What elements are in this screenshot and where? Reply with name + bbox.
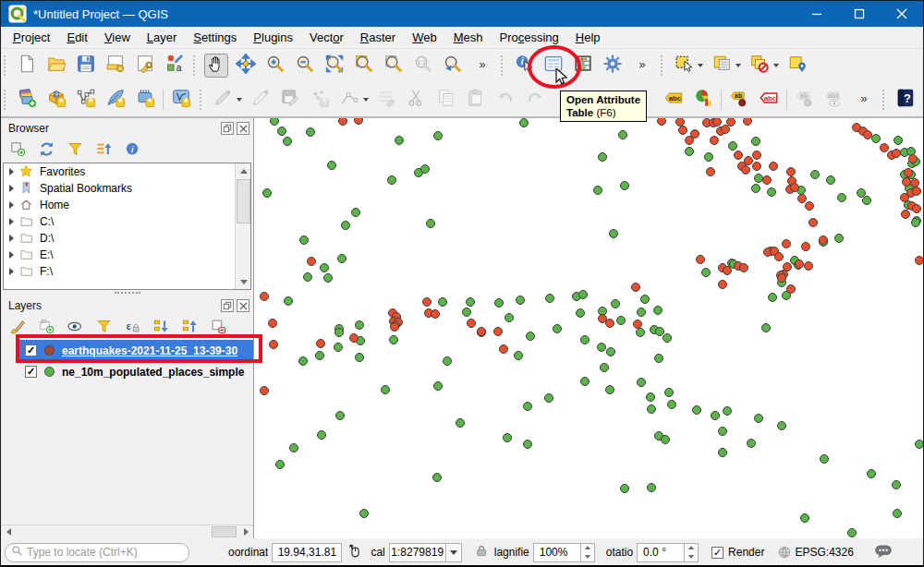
scale-dropdown-button[interactable] (446, 543, 462, 562)
new-project-button[interactable] (15, 54, 39, 78)
expand-icon[interactable] (9, 168, 14, 175)
current-edits-button[interactable] (211, 88, 235, 112)
cut-features-button[interactable] (405, 88, 429, 112)
new-shapefile-button[interactable]: * (74, 88, 98, 112)
digitize-button[interactable]: * (308, 88, 332, 112)
layer-diagram-button[interactable] (691, 88, 715, 112)
menu-mesh[interactable]: Mesh (445, 28, 492, 47)
toolbar-grip[interactable] (882, 90, 887, 110)
filter-legend-button[interactable] (93, 318, 114, 338)
data-source-manager-button[interactable] (15, 88, 39, 112)
layer-item[interactable]: ✓ne_10m_populated_places_simple (1, 361, 253, 382)
menu-vector[interactable]: Vector (301, 28, 352, 47)
menu-help[interactable]: Help (567, 28, 609, 47)
expand-icon[interactable] (9, 185, 14, 192)
pan-map-button[interactable] (204, 54, 228, 78)
magnifier-spinner[interactable] (581, 543, 595, 562)
zoom-full-button[interactable] (322, 54, 346, 78)
browser-item-c[interactable]: C:\ (4, 213, 250, 230)
layer-item[interactable]: ✓earthquakes-2021-11-25_13-39-30 (18, 340, 253, 361)
undo-button[interactable] (493, 88, 517, 112)
save-edits-button[interactable] (278, 88, 302, 112)
add-group-button[interactable] (36, 318, 56, 338)
overflow-button[interactable]: » (852, 88, 876, 112)
overflow-button[interactable]: » (470, 54, 494, 78)
select-by-form-button[interactable] (710, 54, 734, 78)
pin-labels-button[interactable]: ab (727, 88, 751, 112)
expand-icon[interactable] (9, 235, 14, 242)
select-features-button[interactable] (672, 54, 696, 78)
remove-layer-button[interactable] (208, 318, 228, 338)
layout-manager-button[interactable] (133, 54, 157, 78)
filter-browser-button[interactable] (65, 140, 85, 161)
help-button[interactable]: ? (894, 88, 918, 112)
scale-input[interactable]: 1:8279819 (389, 543, 446, 562)
save-project-button[interactable] (74, 54, 98, 78)
zoom-to-selection-button[interactable] (352, 54, 376, 78)
minimize-button[interactable] (796, 1, 838, 27)
close-button[interactable] (881, 1, 923, 27)
toolbar-grip[interactable] (661, 55, 665, 76)
menu-web[interactable]: Web (404, 28, 445, 47)
toolbar-grip[interactable] (200, 90, 204, 110)
menu-layer[interactable]: Layer (139, 28, 186, 47)
messages-bubble-icon[interactable] (874, 544, 893, 561)
new-scratch-layer-button[interactable]: * (133, 88, 157, 112)
new-spatialite-button[interactable]: * (103, 88, 128, 112)
layers-float-button[interactable] (221, 299, 234, 312)
browser-item-home[interactable]: Home (4, 197, 250, 213)
locator-search-input[interactable]: Type to locate (Ctrl+K) (5, 543, 189, 562)
processing-toolbox-button[interactable] (601, 54, 625, 78)
collapse-all-layers-button[interactable] (179, 318, 200, 338)
refresh-button[interactable] (36, 140, 56, 161)
highlight-labels-button[interactable]: abc (757, 88, 781, 112)
deselect-features-dropdown[interactable] (772, 54, 780, 78)
toggle-editing-button[interactable] (249, 88, 273, 112)
paste-features-button[interactable] (464, 88, 488, 112)
scroll-left-icon[interactable] (1, 525, 16, 538)
multiedit-button[interactable] (375, 88, 399, 112)
toolbar-grip[interactable] (501, 55, 505, 76)
zoom-to-layer-button[interactable] (382, 54, 406, 78)
layers-close-button[interactable] (237, 299, 249, 312)
scrollbar-thumb[interactable] (237, 179, 250, 223)
new-geopackage-button[interactable]: * (44, 88, 68, 112)
collapse-all-button[interactable] (93, 140, 114, 161)
map-canvas[interactable] (253, 118, 923, 538)
scroll-right-icon[interactable] (238, 525, 253, 538)
zoom-native-button[interactable]: 1:1 (411, 54, 435, 78)
overflow-button[interactable]: » (630, 54, 654, 78)
dock-horizontal-scrollbar[interactable] (1, 525, 253, 538)
browser-float-button[interactable] (221, 122, 234, 135)
redo-button[interactable] (523, 88, 547, 112)
menu-processing[interactable]: Processing (491, 28, 566, 47)
style-manager-button[interactable]: a (163, 54, 187, 78)
menu-project[interactable]: Project (5, 28, 58, 47)
identify-features-button[interactable]: i (512, 54, 536, 78)
maximize-button[interactable] (838, 1, 881, 27)
browser-close-button[interactable] (237, 122, 249, 135)
select-by-form-dropdown[interactable] (734, 54, 742, 78)
expand-icon[interactable] (9, 251, 14, 259)
rotation-input[interactable]: 0.0 ° (637, 543, 685, 562)
statistical-summary-button[interactable] (571, 54, 595, 78)
vertex-tool-dropdown[interactable] (361, 88, 370, 112)
layer-checkbox[interactable]: ✓ (25, 344, 37, 356)
menu-edit[interactable]: Edit (58, 28, 95, 47)
menu-settings[interactable]: Settings (185, 28, 245, 47)
open-project-button[interactable] (44, 54, 68, 78)
zoom-last-button[interactable] (441, 54, 465, 78)
new-virtual-layer-button[interactable]: * (169, 88, 193, 112)
menu-plugins[interactable]: Plugins (245, 28, 301, 47)
scroll-up-icon[interactable] (236, 163, 251, 178)
browser-item-favorites[interactable]: Favorites (4, 163, 250, 180)
toolbar-grip[interactable] (4, 55, 8, 76)
select-by-location-button[interactable] (785, 54, 809, 78)
move-label-button[interactable]: ab (793, 88, 817, 112)
browser-item-d[interactable]: D:\ (4, 230, 250, 247)
browser-item-f[interactable]: F:\ (4, 263, 250, 280)
vertex-tool-button[interactable] (337, 88, 361, 112)
browser-scrollbar[interactable] (235, 163, 250, 289)
browser-item-spatial-bookmarks[interactable]: Spatial Bookmarks (4, 180, 250, 197)
expand-icon[interactable] (9, 201, 14, 209)
